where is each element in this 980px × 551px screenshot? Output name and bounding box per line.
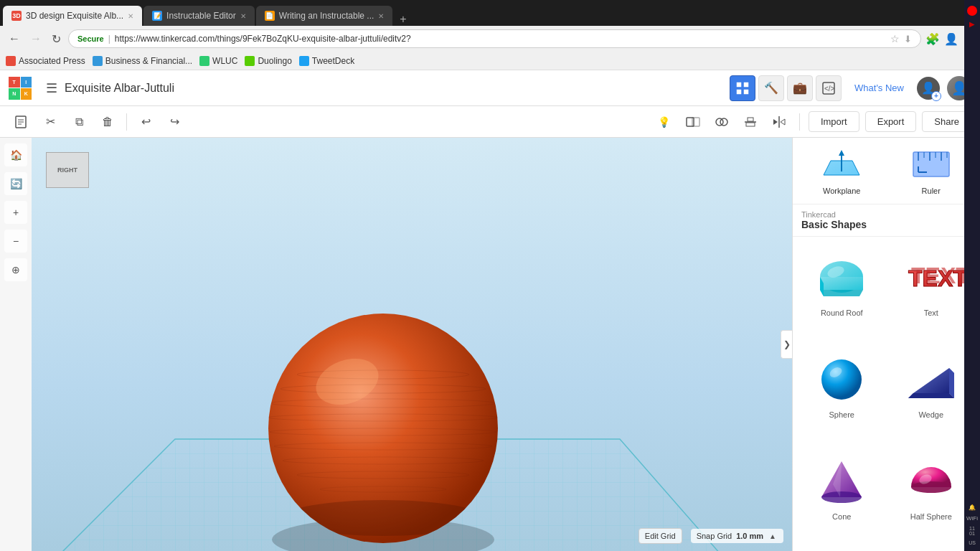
system-icon-1: ▶ [969,20,976,28]
region-display: US [969,540,976,545]
bookmark-label-bf: Business & Financial... [105,56,192,66]
ruler-label: Ruler [922,187,941,195]
snap-up-button[interactable]: ▲ [768,532,778,540]
flip-icon [772,115,786,129]
grid-view-button[interactable] [730,75,755,101]
tab-label-2: Instructable Editor [166,11,236,21]
briefcase-button[interactable]: 💼 [787,75,813,101]
ruler-button[interactable]: Ruler [891,146,972,195]
rotate-tool-button[interactable]: 🔄 [4,172,27,195]
tab-label-3: Writing an Instructable ... [279,11,374,21]
code-button[interactable]: </> [816,75,842,101]
light-button[interactable]: 💡 [653,110,676,133]
tab-2[interactable]: 📝 Instructable Editor ✕ [143,6,255,26]
edit-toolbar-right: 💡 [653,110,971,133]
shape-item-sphere[interactable]: Sphere [798,344,885,443]
snap-value: 1.0 mm [736,532,763,540]
zoom-in-button[interactable]: + [4,201,27,224]
viewport-background [32,138,792,551]
forward-button[interactable]: → [27,31,44,47]
tab-close-2[interactable]: ✕ [240,12,246,20]
ungroup-button[interactable] [710,110,733,133]
group-button[interactable] [682,110,705,133]
add-badge: + [931,91,941,101]
hammer-tool-button[interactable]: 🔨 [758,75,784,101]
svg-point-60 [821,359,862,400]
bookmark-label-tweetdeck: TweetDeck [312,56,354,66]
edit-grid-button[interactable]: Edit Grid [639,528,682,544]
profile-btn[interactable]: 👤 [944,32,958,46]
shape-label-round-roof: Round Roof [821,309,863,317]
redo-button[interactable]: ↪ [161,109,187,135]
tab-close-3[interactable]: ✕ [378,12,384,20]
tinkercad-logo[interactable]: T I N K [9,77,32,100]
bookmark-ap[interactable]: Associated Press [6,56,85,66]
new-button[interactable] [9,109,34,135]
flip-button[interactable] [768,110,791,133]
system-tray: ▶ 🔔 WiFi 1101 US [964,0,980,551]
undo-button[interactable]: ↩ [133,109,159,135]
tab-close-1[interactable]: ✕ [128,12,133,20]
cut-button[interactable]: ✂ [37,109,63,135]
delete-button[interactable]: 🗑 [95,109,121,135]
bookmark-tweetdeck[interactable]: TweetDeck [299,56,354,66]
panel-top: Workplane [793,138,980,204]
copy-button[interactable]: ⧉ [66,109,92,135]
tab-bar: 3D 3D design Exquisite Alb... ✕ 📝 Instru… [0,0,980,26]
viewport[interactable]: RIGHT Edit Grid Snap Grid 1.0 mm ▲ ❯ [32,138,792,551]
bookmark-label-wluc: WLUC [212,56,237,66]
shape-thumb-half-sphere [903,452,960,509]
tab-favicon-1: 3D [11,11,22,21]
shape-label-wedge: Wedge [918,410,943,419]
side-panel-toggle[interactable]: ❯ [781,330,792,359]
address-bar-row: ← → ↻ Secure | https://www.tinkercad.com… [0,26,980,52]
bookmark-duolingo[interactable]: Duolingo [245,56,291,66]
shape-item-half-sphere[interactable]: Half Sphere [888,446,975,545]
star-icon[interactable]: ☆ [890,33,900,44]
hamburger-button[interactable]: ☰ [46,80,57,96]
bookmark-wluc[interactable]: WLUC [199,56,237,66]
viewport-bottom: Edit Grid Snap Grid 1.0 mm ▲ [639,528,783,544]
bookmark-favicon-bf [93,56,103,66]
new-tab-button[interactable]: + [394,13,412,26]
corner-cube: RIGHT [46,152,89,188]
shape-item-text[interactable]: TEXT TEXT Text [888,242,975,342]
align-button[interactable] [739,110,762,133]
shape-item-wedge[interactable]: Wedge [888,344,975,443]
extensions-btn[interactable]: 🧩 [925,32,940,46]
svg-point-68 [821,491,862,503]
tab-label-1: 3D design Exquisite Alb... [26,11,123,21]
logo-cell-i: I [21,77,32,88]
workplane-button[interactable]: Workplane [801,146,882,195]
download-icon[interactable]: ⬇ [904,34,912,44]
fit-button[interactable]: ⊕ [4,258,27,281]
add-user-button[interactable]: 👤 + [917,77,940,100]
shape-item-cone[interactable]: Cone [798,446,885,545]
whats-new-button[interactable]: What's New [849,80,910,96]
zoom-out-button[interactable]: − [4,230,27,253]
refresh-button[interactable]: ↻ [49,31,64,47]
left-toolbar: 🏠 🔄 + − ⊕ [0,138,32,551]
address-bar[interactable]: Secure | https://www.tinkercad.com/thing… [68,29,921,48]
svg-text:</>: </> [824,85,835,93]
ungroup-icon [715,115,729,129]
right-panel: Workplane [792,138,980,551]
back-button[interactable]: ← [6,31,23,47]
app-bar: T I N K ☰ Exquisite Albar-Juttuli 🔨 💼 [0,70,980,106]
tab-3[interactable]: 📄 Writing an Instructable ... ✕ [256,6,393,26]
import-button[interactable]: Import [809,111,859,132]
panel-section-header: Tinkercad Basic Shapes ▾ [793,204,980,237]
shape-thumb-cone [813,452,870,509]
chrome-icon[interactable] [967,6,977,16]
new-icon [14,115,29,129]
logo-cell-t: T [9,77,20,88]
notification-icon[interactable]: 🔔 [969,504,976,511]
bookmark-bf[interactable]: Business & Financial... [93,56,192,66]
svg-marker-66 [908,393,954,398]
export-button[interactable]: Export [865,111,917,132]
app-bar-tools: 🔨 💼 </> [730,75,842,101]
svg-rect-1 [744,83,748,87]
home-tool-button[interactable]: 🏠 [4,143,27,166]
tab-active[interactable]: 3D 3D design Exquisite Alb... ✕ [3,6,142,26]
shape-item-round-roof[interactable]: Round Roof [798,242,885,342]
